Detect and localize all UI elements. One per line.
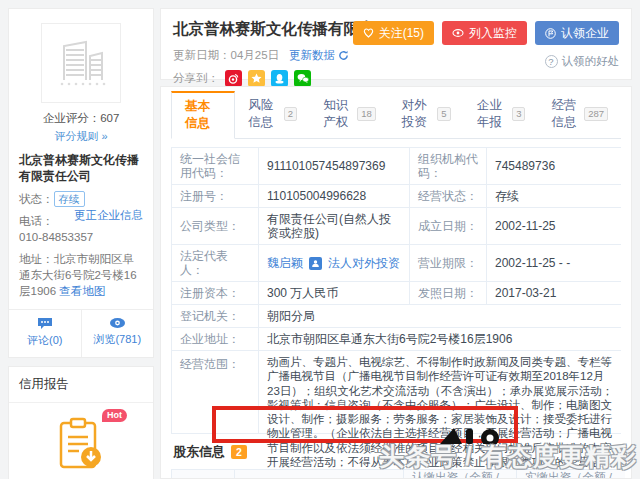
basic-info-table: 统一社会信用代码： 911101057454897369 组织机构代码： 745… [171, 147, 621, 434]
tab-annual-report[interactable]: 企业年报3 [464, 91, 539, 138]
monitor-eye-icon [452, 28, 464, 38]
tab-risk-count: 2 [284, 107, 297, 121]
report-download-icon [55, 417, 107, 473]
tab-business-count: 287 [584, 107, 608, 121]
page-header: 北京普林赛斯文化传播有限责任公司 更新日期：04月25日 更新数据 分享到： [160, 8, 632, 80]
view-map-link[interactable]: 查看地图 [59, 285, 105, 297]
share-qzone-icon[interactable] [248, 70, 265, 87]
sidebar: 企业评分：607 评分规则 » 北京普林赛斯文化传播有限责任公司 状态：存续 更… [8, 8, 154, 479]
op-status-value: 存续 [487, 185, 625, 207]
shareholder-count-badge: 2 [231, 445, 247, 459]
tab-outbound-investment[interactable]: 对外投资5 [389, 91, 464, 138]
term-label: 营业期限： [410, 245, 486, 281]
header-actions: 关注(15) 列入监控 认领企业 ? 认领的好处 [353, 21, 619, 69]
hot-badge: Hot [102, 409, 127, 422]
tab-risk-info[interactable]: 风险信息2 [235, 91, 310, 138]
monitor-button[interactable]: 列入监控 [442, 21, 527, 45]
phone-label: 电话： [19, 215, 54, 227]
tab-business-info[interactable]: 经营信息287 [538, 91, 621, 138]
authority-label: 登记机关： [172, 305, 258, 327]
col-header-subscribed: 认缴出资（金额 / 时间） [404, 470, 516, 479]
question-icon: ? [545, 55, 558, 68]
legal-rep-investment-link[interactable]: 法人对外投资 [328, 256, 400, 270]
credit-report-body: Hot 下载企业信用信息报告 [9, 403, 153, 479]
reg-no-value: 110105004996628 [259, 185, 409, 207]
follow-button[interactable]: 关注(15) [353, 21, 434, 45]
org-code-label: 组织机构代码： [410, 148, 486, 184]
status-badge: 存续 [54, 191, 85, 207]
company-logo [41, 23, 121, 103]
company-address-value: 北京市朝阳区阜通东大街6号院2号楼16层1906 [259, 328, 625, 350]
col-header-paid: 实缴出资（金额 / 时间） [517, 470, 625, 479]
company-address-label: 企业地址： [172, 328, 258, 350]
comments-label: 评论(0) [27, 334, 62, 346]
tab-basic-info[interactable]: 基本信息 [171, 91, 235, 139]
flag-icon [545, 28, 556, 39]
term-value: 2002-11-25 - - [487, 245, 625, 281]
comment-icon [37, 317, 53, 330]
org-code-value: 745489736 [487, 148, 625, 184]
op-status-label: 经营状态： [410, 185, 486, 207]
share-weibo-icon[interactable] [225, 70, 242, 87]
share-row: 分享到： [173, 70, 617, 87]
claim-benefit-link[interactable]: ? 认领的好处 [545, 54, 620, 69]
tab-annual-count: 3 [512, 107, 525, 121]
uscc-value: 911101057454897369 [259, 148, 409, 184]
capital-value: 300 万人民币 [259, 282, 409, 304]
col-header-shareholder: 股东 [235, 470, 403, 479]
views-label: 浏览(781) [93, 333, 141, 345]
sidebar-company-name: 北京普林赛斯文化传播有限责任公司 [19, 152, 143, 184]
legal-rep-link[interactable]: 魏启颖 [267, 256, 303, 270]
legal-rep-cell: 魏启颖 法人对外投资 [259, 245, 409, 281]
main-panel: 基本信息 风险信息2 知识产权18 对外投资5 企业年报3 经营信息287 统一… [160, 86, 632, 479]
status-row: 状态：存续 更正企业信息 [19, 191, 143, 207]
building-icon [52, 34, 110, 92]
status-label: 状态： [19, 193, 54, 205]
address-row: 地址：北京市朝阳区阜通东大街6号院2号楼16层1906 查看地图 [19, 251, 143, 299]
update-data-link[interactable]: 更新数据 [289, 48, 349, 63]
share-wechat-icon[interactable] [294, 70, 311, 87]
views-button[interactable]: 浏览(781) [81, 310, 154, 357]
license-date-value: 2017-03-21 [487, 282, 625, 304]
scope-label: 经营范围： [172, 351, 258, 433]
uscc-label: 统一社会信用代码： [172, 148, 258, 184]
eye-icon [109, 317, 126, 329]
share-qq-icon[interactable] [271, 70, 288, 87]
license-date-label: 发照日期： [410, 282, 486, 304]
company-type-label: 公司类型： [172, 208, 258, 244]
claim-button[interactable]: 认领企业 [535, 21, 619, 45]
comments-button[interactable]: 评论(0) [9, 310, 81, 357]
address-label: 地址： [19, 253, 54, 265]
scope-value: 动画片、专题片、电视综艺、不得制作时政新闻及同类专题、专栏等广播电视节目（广播电… [259, 351, 625, 433]
legal-rep-label: 法定代表人： [172, 245, 258, 281]
update-date: 更新日期：04月25日 [173, 48, 279, 63]
credit-report-card: 信用报告 Hot 下载企业信用信息报告 [8, 366, 154, 479]
tab-bar: 基本信息 风险信息2 知识产权18 对外投资5 企业年报3 经营信息287 [171, 87, 621, 139]
col-header-type: 股东类型 [172, 470, 234, 479]
company-score: 企业评分：607 [19, 111, 143, 126]
company-type-value: 有限责任公司(自然人投资或控股) [259, 208, 409, 244]
phone-value: 010-84853357 [19, 231, 93, 243]
correct-info-link[interactable]: 更正企业信息 [74, 207, 143, 223]
person-badge-icon [309, 257, 322, 270]
credit-report-title: 信用报告 [9, 367, 153, 403]
reg-no-label: 注册号： [172, 185, 258, 207]
tab-investment-count: 5 [437, 107, 450, 121]
company-summary-card: 企业评分：607 评分规则 » 北京普林赛斯文化传播有限责任公司 状态：存续 更… [8, 8, 154, 358]
shareholder-table: 股东类型 股东 认缴出资（金额 / 时间） 实缴出资（金额 / 时间） 自然人股… [171, 469, 621, 479]
established-value: 2002-11-25 [487, 208, 625, 244]
tab-intellectual-property[interactable]: 知识产权18 [310, 91, 389, 138]
capital-label: 注册资本： [172, 282, 258, 304]
tab-ip-count: 18 [357, 107, 376, 121]
established-label: 成立日期： [410, 208, 486, 244]
score-rule-link[interactable]: 评分规则 » [54, 129, 107, 144]
heart-icon [363, 28, 374, 38]
refresh-icon [338, 50, 349, 61]
meta-bar: 评论(0) 浏览(781) [9, 309, 153, 357]
share-label: 分享到： [173, 71, 219, 86]
authority-value: 朝阳分局 [259, 305, 625, 327]
